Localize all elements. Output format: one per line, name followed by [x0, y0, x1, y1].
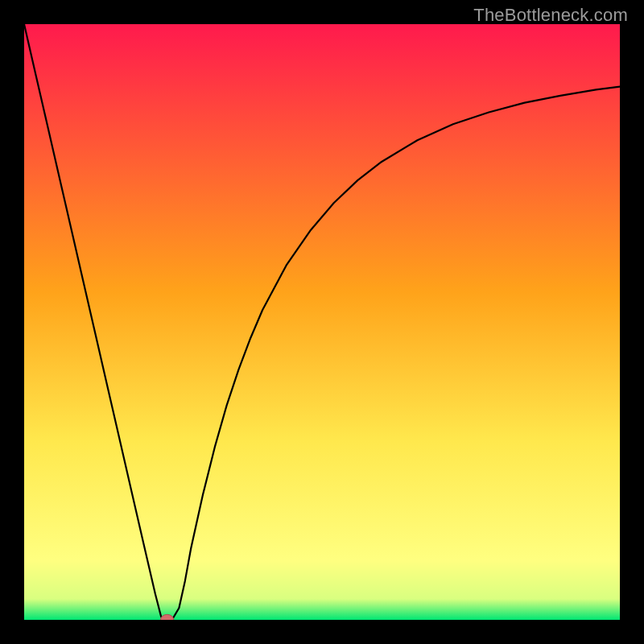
- chart-svg: [24, 24, 620, 620]
- chart-frame: TheBottleneck.com: [0, 0, 644, 644]
- watermark-text: TheBottleneck.com: [473, 5, 628, 26]
- plot-area: [24, 24, 620, 620]
- gradient-background: [24, 24, 620, 620]
